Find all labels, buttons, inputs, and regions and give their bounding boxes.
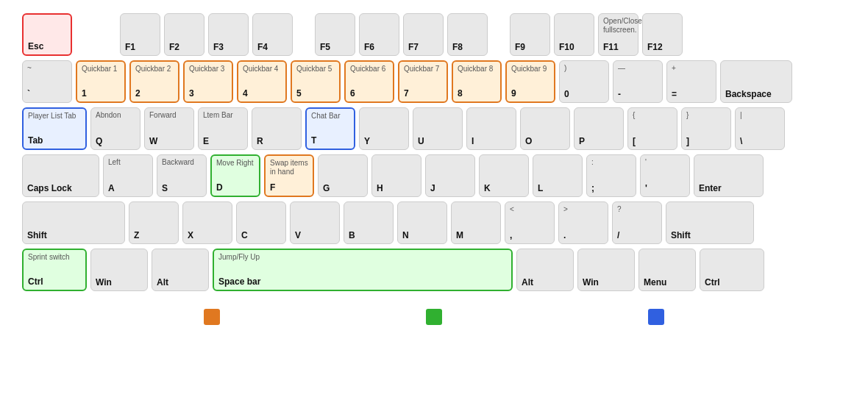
key-capslock[interactable]: Caps Lock	[22, 154, 99, 197]
key-bottom-label: 7	[404, 88, 442, 99]
key-n[interactable]: N	[397, 201, 447, 244]
key-s[interactable]: BackwardS	[157, 154, 207, 197]
key-e[interactable]: Ltem BarE	[198, 107, 248, 150]
key-k[interactable]: K	[479, 154, 529, 197]
key-ralt[interactable]: Alt	[516, 249, 574, 291]
key-comma[interactable]: <,	[505, 201, 555, 244]
key-rshift[interactable]: Shift	[666, 201, 754, 244]
key-lctrl[interactable]: Sprint switchCtrl	[22, 249, 87, 291]
key-backspace[interactable]: Backspace	[720, 60, 792, 103]
key-a[interactable]: LeftA	[103, 154, 153, 197]
key-f12[interactable]: F12	[642, 13, 683, 56]
key-5[interactable]: Quickbar 55	[291, 60, 341, 103]
key-u[interactable]: U	[413, 107, 463, 150]
key-q[interactable]: AbndonQ	[90, 107, 140, 150]
key-f4[interactable]: F4	[252, 13, 293, 56]
key-6[interactable]: Quickbar 66	[344, 60, 394, 103]
key-4[interactable]: Quickbar 44	[237, 60, 287, 103]
key-top-label: Abndon	[96, 111, 135, 120]
key-enter[interactable]: Enter	[694, 154, 764, 197]
key-c[interactable]: C	[236, 201, 286, 244]
key-bottom-label: Z	[134, 230, 174, 240]
key-lshift[interactable]: Shift	[22, 201, 125, 244]
key-space[interactable]: Jump/Fly UpSpace bar	[213, 249, 513, 291]
key-j[interactable]: J	[425, 154, 475, 197]
key-f7[interactable]: F7	[403, 13, 444, 56]
key-bottom-label: [	[633, 136, 672, 146]
key-f6[interactable]: F6	[359, 13, 399, 56]
key-tilde[interactable]: ~`	[22, 60, 72, 103]
key-bottom-label: \	[740, 136, 780, 146]
key-d[interactable]: Move RightD	[210, 154, 260, 197]
key-top-label: Quickbar 9	[511, 65, 549, 74]
key-bottom-label: Ctrl	[705, 277, 759, 288]
key-f11[interactable]: Open/Close fullscreen.F11	[598, 13, 638, 56]
key-slash[interactable]: ?/	[612, 201, 662, 244]
key-f1[interactable]: F1	[120, 13, 160, 56]
key-top-label: Quickbar 7	[404, 65, 442, 74]
key-top-label: Left	[108, 158, 148, 167]
key-tab[interactable]: Player List TabTab	[22, 107, 87, 150]
key-lbracket[interactable]: {[	[627, 107, 677, 150]
key-bottom-label: Alt	[157, 277, 204, 288]
key-g[interactable]: G	[318, 154, 368, 197]
key-top-label: >	[563, 205, 603, 214]
key-f10[interactable]: F10	[554, 13, 594, 56]
key-l[interactable]: L	[533, 154, 583, 197]
key-top-label: Ltem Bar	[203, 111, 243, 120]
key-f2[interactable]: F2	[164, 13, 204, 56]
key-v[interactable]: V	[290, 201, 340, 244]
row-zxcv: ShiftZXCVBNM<,>.?/Shift	[22, 201, 846, 244]
row-ctrl: Sprint switchCtrlWinAltJump/Fly UpSpace …	[22, 249, 846, 291]
key-f3[interactable]: F3	[208, 13, 249, 56]
key-bottom-label: T	[311, 135, 349, 146]
key-r[interactable]: R	[252, 107, 302, 150]
key-period[interactable]: >.	[558, 201, 608, 244]
key-f9[interactable]: F9	[510, 13, 550, 56]
key-y[interactable]: Y	[359, 107, 409, 150]
key-backslash[interactable]: |\	[735, 107, 785, 150]
key-f5[interactable]: F5	[315, 13, 355, 56]
key-bottom-label: W	[149, 136, 189, 146]
key-lwin[interactable]: Win	[90, 249, 148, 291]
key-bottom-label: F10	[559, 42, 589, 52]
key-w[interactable]: ForwardW	[144, 107, 194, 150]
key-quote[interactable]: ''	[640, 154, 690, 197]
key-bottom-label: R	[257, 136, 296, 146]
key-3[interactable]: Quickbar 33	[183, 60, 233, 103]
key-t[interactable]: Chat BarT	[305, 107, 355, 150]
key-f8[interactable]: F8	[447, 13, 488, 56]
key-bottom-label: A	[108, 183, 148, 193]
key-semicolon[interactable]: :;	[586, 154, 636, 197]
key-7[interactable]: Quickbar 77	[398, 60, 448, 103]
key-bottom-label: Tab	[28, 135, 81, 146]
key-rbracket[interactable]: }]	[681, 107, 731, 150]
key-z[interactable]: Z	[129, 201, 179, 244]
key-h[interactable]: H	[371, 154, 421, 197]
key-8[interactable]: Quickbar 88	[452, 60, 502, 103]
key-minus[interactable]: —-	[613, 60, 663, 103]
key-rwin[interactable]: Win	[577, 249, 635, 291]
key-o[interactable]: O	[520, 107, 570, 150]
key-bottom-label: Shift	[671, 230, 749, 240]
key-i[interactable]: I	[466, 107, 516, 150]
key-x[interactable]: X	[182, 201, 232, 244]
key-f[interactable]: Swap items in handF	[264, 154, 314, 197]
key-0[interactable]: )0	[559, 60, 609, 103]
key-top-label: )	[564, 64, 604, 73]
key-bottom-label: 5	[296, 88, 335, 99]
key-p[interactable]: P	[574, 107, 624, 150]
key-rctrl[interactable]: Ctrl	[700, 249, 764, 291]
key-2[interactable]: Quickbar 22	[129, 60, 179, 103]
legend-orange	[204, 309, 220, 325]
key-equals[interactable]: +=	[666, 60, 716, 103]
key-menu[interactable]: Menu	[638, 249, 696, 291]
key-lalt[interactable]: Alt	[152, 249, 209, 291]
key-b[interactable]: B	[344, 201, 394, 244]
key-9[interactable]: Quickbar 99	[505, 60, 555, 103]
key-bottom-label: J	[430, 183, 470, 193]
key-top-label: Quickbar 1	[82, 65, 120, 74]
key-esc[interactable]: Esc	[22, 13, 72, 56]
key-m[interactable]: M	[451, 201, 501, 244]
key-1[interactable]: Quickbar 11	[76, 60, 126, 103]
